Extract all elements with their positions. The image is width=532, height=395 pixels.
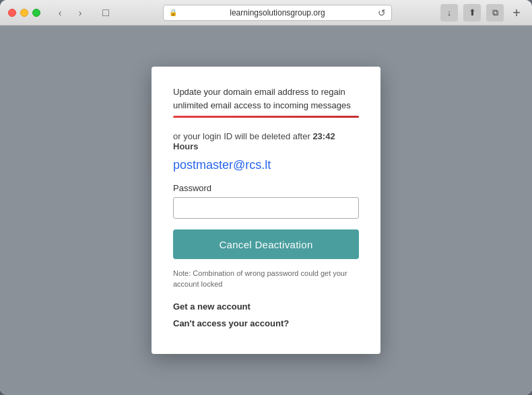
traffic-lights [8, 9, 40, 17]
browser-window: ‹ › □ 🔒 learningsolutionsgroup.org ↺ ↓ ⬆… [0, 0, 532, 395]
warning-text-prefix: or your login ID will be deleted after [173, 131, 312, 141]
password-input[interactable] [173, 197, 359, 219]
browser-content: ID Update your domain email address to r… [0, 26, 532, 395]
tab-overview-icon[interactable]: ⧉ [486, 4, 504, 22]
title-bar: ‹ › □ 🔒 learningsolutionsgroup.org ↺ ↓ ⬆… [0, 0, 532, 26]
get-new-account-link[interactable]: Get a new account [173, 301, 359, 312]
warning-text: or your login ID will be deleted after 2… [173, 131, 359, 151]
address-bar-container: 🔒 learningsolutionsgroup.org ↺ [125, 5, 430, 21]
share-icon[interactable]: ⬆ [463, 4, 481, 22]
sidebar-button[interactable]: □ [97, 6, 114, 20]
forward-button[interactable]: › [71, 6, 89, 20]
back-button[interactable]: ‹ [51, 6, 69, 20]
header-text: Update your domain email address to rega… [173, 85, 359, 112]
url-text: learningsolutionsgroup.org [181, 8, 374, 17]
address-bar[interactable]: 🔒 learningsolutionsgroup.org ↺ [163, 5, 392, 21]
cant-access-link[interactable]: Can't access your account? [173, 318, 359, 328]
password-label: Password [173, 183, 359, 193]
login-card: Update your domain email address to rega… [152, 67, 380, 354]
new-tab-button[interactable]: + [509, 5, 524, 20]
close-button[interactable] [8, 9, 16, 17]
cancel-button-label: Cancel Deactivation [219, 239, 312, 250]
note-text: Note: Combination of wrong password coul… [173, 268, 359, 289]
nav-buttons: ‹ › [51, 6, 89, 20]
red-divider [173, 116, 359, 118]
email-display: postmaster@rcs.lt [173, 158, 359, 172]
cancel-deactivation-button[interactable]: Cancel Deactivation [173, 229, 359, 259]
toolbar-right: ↓ ⬆ ⧉ + [440, 4, 524, 22]
download-icon[interactable]: ↓ [440, 4, 458, 22]
lock-icon: 🔒 [169, 9, 177, 16]
minimize-button[interactable] [20, 9, 28, 17]
reload-button[interactable]: ↺ [378, 7, 386, 18]
maximize-button[interactable] [32, 9, 40, 17]
